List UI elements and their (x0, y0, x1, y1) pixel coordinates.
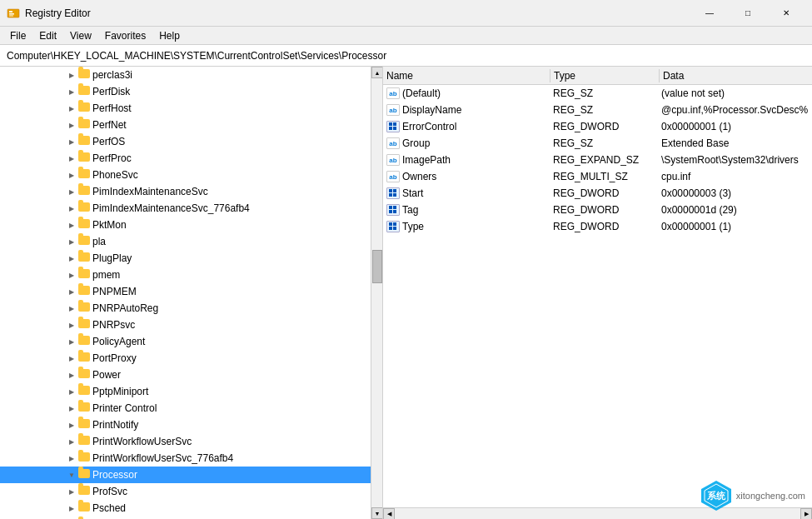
cell-data: 0x00000001 (1) (658, 221, 812, 232)
tree-item[interactable]: ▶PNPMEM (0, 283, 371, 300)
tree-item[interactable]: ▶PptpMiniport (0, 383, 371, 400)
tree-item[interactable]: ▶PerfHost (0, 100, 371, 117)
tree-item[interactable]: ▶PerfProc (0, 150, 371, 167)
folder-icon (78, 202, 90, 214)
tree-item[interactable]: ▶PNRPsvc (0, 317, 371, 333)
svg-rect-4 (389, 122, 392, 126)
tree-item[interactable]: ▶PolicyAgent (0, 333, 371, 350)
tree-arrow-icon[interactable]: ▶ (67, 220, 77, 230)
menu-item-view[interactable]: View (63, 28, 98, 43)
cell-type: REG_DWORD (550, 204, 658, 216)
table-row[interactable]: ab(Default)REG_SZ(value not set) (383, 85, 812, 102)
tree-arrow-icon[interactable]: ▶ (67, 170, 77, 180)
table-row[interactable]: abImagePathREG_EXPAND_SZ\SystemRoot\Syst… (383, 152, 812, 168)
minimize-button[interactable]: — (690, 0, 729, 27)
tree-item[interactable]: ▶PrintNotify (0, 417, 371, 433)
tree-item[interactable]: ▶PktMon (0, 217, 371, 233)
menu-item-favorites[interactable]: Favorites (98, 28, 152, 43)
tree-arrow-icon[interactable]: ▶ (67, 287, 77, 297)
svg-rect-18 (389, 227, 392, 230)
close-button[interactable]: ✕ (767, 0, 805, 27)
svg-text:系统: 系统 (707, 491, 726, 501)
tree-item[interactable]: ▶ProfSvc (0, 483, 371, 500)
menu-item-file[interactable]: File (3, 28, 32, 43)
tree-item[interactable]: ▶PerfNet (0, 117, 371, 133)
tree-item[interactable]: ▶Printer Control (0, 400, 371, 417)
tree-item[interactable]: ▶PimIndexMaintenanceSvc (0, 183, 371, 200)
tree-arrow-icon[interactable]: ▶ (67, 70, 77, 80)
tree-arrow-icon[interactable]: ▶ (67, 137, 77, 147)
scroll-down-button[interactable]: ▼ (371, 507, 383, 519)
tree-item-label: PortProxy (92, 352, 137, 364)
cell-name: ab(Default) (383, 87, 550, 99)
tree-item[interactable]: ▶pla (0, 233, 371, 250)
tree-arrow-icon[interactable]: ▶ (67, 403, 77, 413)
tree-arrow-icon[interactable]: ▶ (67, 503, 77, 513)
table-row[interactable]: ErrorControlREG_DWORD0x00000001 (1) (383, 118, 812, 135)
tree-item[interactable]: ▶PortProxy (0, 350, 371, 367)
tree-item[interactable]: ▶Power (0, 367, 371, 383)
table-row[interactable]: TagREG_DWORD0x0000001d (29) (383, 202, 812, 218)
tree-arrow-icon[interactable]: ▶ (67, 153, 77, 163)
tree-arrow-icon[interactable]: ▶ (67, 303, 77, 313)
tree-content[interactable]: ▶perclas3i▶PerfDisk▶PerfHost▶PerfNet▶Per… (0, 67, 371, 519)
tree-arrow-icon[interactable]: ▶ (67, 387, 77, 397)
tree-arrow-icon[interactable]: ▶ (67, 320, 77, 330)
tree-arrow-icon[interactable]: ▶ (67, 487, 77, 497)
tree-arrow-icon[interactable]: ▶ (67, 270, 77, 280)
tree-arrow-icon[interactable]: ▶ (67, 437, 77, 447)
folder-icon (78, 69, 90, 81)
tree-arrow-icon[interactable]: ▶ (67, 103, 77, 113)
titlebar-left: Registry Editor (7, 7, 91, 20)
scroll-track[interactable] (371, 78, 382, 507)
tree-item[interactable]: ▶PrintWorkflowUserSvc (0, 433, 371, 450)
scroll-thumb[interactable] (372, 250, 382, 283)
tree-arrow-icon[interactable]: ▶ (67, 353, 77, 363)
tree-arrow-icon[interactable]: ▶ (67, 87, 77, 97)
tree-item-label: PerfOS (92, 136, 125, 147)
table-row[interactable]: TypeREG_DWORD0x00000001 (1) (383, 218, 812, 235)
menu-item-help[interactable]: Help (152, 28, 187, 43)
tree-arrow-icon[interactable]: ▶ (67, 420, 77, 430)
tree-arrow-icon[interactable]: ▶ (67, 120, 77, 130)
tree-arrow-icon[interactable]: ▶ (67, 203, 77, 213)
svg-rect-9 (393, 189, 396, 192)
menu-item-edit[interactable]: Edit (32, 28, 63, 43)
tree-item[interactable]: ▶PrintWorkflowUserSvc_776afb4 (0, 450, 371, 467)
tree-arrow-icon[interactable]: ▶ (67, 337, 77, 347)
tree-item[interactable]: ▶Psched (0, 500, 371, 517)
svg-rect-5 (393, 122, 396, 126)
tree-arrow-icon[interactable]: ▼ (67, 470, 77, 480)
tree-arrow-icon[interactable]: ▶ (67, 453, 77, 463)
tree-scrollbar[interactable]: ▲ ▼ (371, 67, 382, 519)
folder-icon (78, 269, 90, 281)
table-row[interactable]: abGroupREG_SZExtended Base (383, 135, 812, 152)
tree-item-label: Printer Control (92, 402, 157, 414)
tree-arrow-icon[interactable]: ▶ (67, 237, 77, 247)
tree-arrow-icon[interactable]: ▶ (67, 370, 77, 380)
folder-icon (78, 436, 90, 447)
maximize-button[interactable]: □ (729, 0, 767, 27)
app-icon (7, 7, 20, 20)
cell-name-text: Owners (402, 171, 436, 182)
menubar: FileEditViewFavoritesHelp (0, 27, 812, 45)
scroll-up-button[interactable]: ▲ (371, 67, 383, 78)
cell-type: REG_DWORD (550, 187, 658, 199)
tree-item[interactable]: ▶PlugPlay (0, 250, 371, 267)
tree-arrow-icon[interactable]: ▶ (67, 253, 77, 263)
tree-item[interactable]: ▶PhoneSvc (0, 167, 371, 183)
tree-item[interactable]: ▼Processor (0, 467, 371, 483)
table-row[interactable]: abOwnersREG_MULTI_SZcpu.inf (383, 168, 812, 185)
tree-item[interactable]: ▶PNRPAutoReg (0, 300, 371, 317)
tree-item[interactable]: ▶perclas3i (0, 67, 371, 83)
tree-arrow-icon[interactable]: ▶ (67, 187, 77, 197)
folder-icon (78, 169, 90, 181)
tree-item[interactable]: ▶PerfDisk (0, 83, 371, 100)
tree-item[interactable]: ▶PimIndexMaintenanceSvc_776afb4 (0, 200, 371, 217)
table-row[interactable]: StartREG_DWORD0x00000003 (3) (383, 185, 812, 202)
tree-item[interactable]: ▶pmem (0, 267, 371, 283)
hscroll-left-button[interactable]: ◀ (383, 508, 395, 520)
tree-item[interactable]: ▶PerfOS (0, 133, 371, 150)
cell-name-text: Type (402, 221, 424, 232)
table-row[interactable]: abDisplayNameREG_SZ@cpu.inf,%Processor.S… (383, 102, 812, 118)
